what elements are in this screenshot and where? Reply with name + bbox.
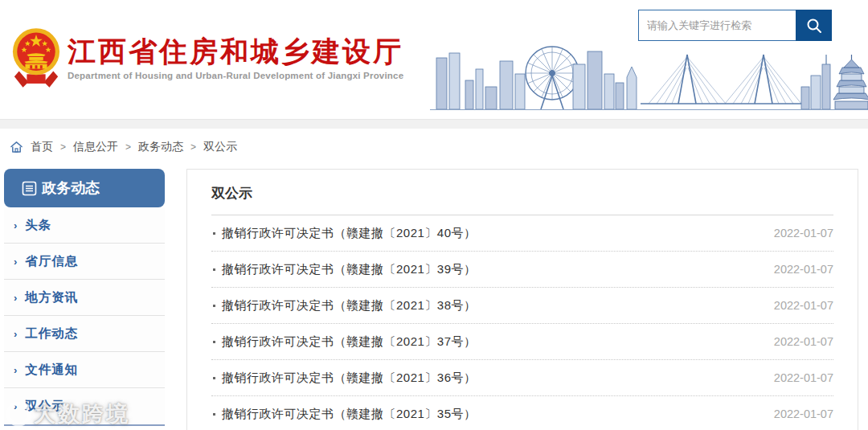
- bullet-icon: [213, 341, 215, 343]
- news-link[interactable]: 撤销行政许可决定书（赣建撤〔2021〕38号）: [222, 298, 477, 313]
- list-item: 撤销行政许可决定书（赣建撤〔2021〕36号） 2022-01-07: [211, 360, 833, 396]
- city-skyline-illustration: [430, 37, 868, 111]
- site-subtitle-english: Department of Housing and Urban-Rural De…: [68, 71, 403, 80]
- content-panel: 双公示 撤销行政许可决定书（赣建撤〔2021〕40号） 2022-01-07 撤…: [186, 169, 858, 430]
- sidebar: 政务动态 › 头条 › 省厅信息 › 地方资讯 › 工作动态 › 文件通知: [4, 169, 165, 426]
- sidebar-item-local-news[interactable]: › 地方资讯: [4, 280, 165, 316]
- chevron-right-icon: ›: [14, 256, 17, 268]
- list-item: 撤销行政许可决定书（赣建撤〔2021〕39号） 2022-01-07: [211, 252, 833, 288]
- breadcrumb-separator: >: [190, 141, 196, 153]
- news-date: 2022-01-07: [774, 263, 833, 276]
- news-link[interactable]: 撤销行政许可决定书（赣建撤〔2021〕40号）: [222, 226, 477, 241]
- list-item: 撤销行政许可决定书（赣建撤〔2021〕40号） 2022-01-07: [211, 215, 833, 252]
- chevron-right-icon: ›: [14, 328, 17, 340]
- china-national-emblem-icon: [11, 24, 61, 90]
- bullet-icon: [213, 232, 215, 235]
- news-date: 2022-01-07: [774, 371, 833, 384]
- list-item: 撤销行政许可决定书（赣建撤〔2021〕38号） 2022-01-07: [211, 288, 833, 324]
- main-area: 政务动态 › 头条 › 省厅信息 › 地方资讯 › 工作动态 › 文件通知: [0, 164, 868, 430]
- bullet-icon: [213, 413, 215, 416]
- site-header: 江西省住房和城乡建设厅 Department of Housing and Ur…: [0, 0, 868, 119]
- news-date: 2022-01-07: [774, 407, 833, 420]
- sidebar-item-work-updates[interactable]: › 工作动态: [4, 316, 165, 352]
- bullet-icon: [213, 377, 215, 379]
- bullet-icon: [213, 305, 215, 307]
- chevron-right-icon: ›: [14, 400, 17, 412]
- list-icon: [22, 181, 37, 196]
- news-link[interactable]: 撤销行政许可决定书（赣建撤〔2021〕36号）: [222, 371, 477, 386]
- chevron-right-icon: ›: [14, 364, 17, 376]
- chevron-right-icon: ›: [14, 219, 17, 231]
- news-date: 2022-01-07: [774, 227, 833, 240]
- breadcrumb: 首页 > 信息公开 > 政务动态 > 双公示: [0, 129, 868, 164]
- chevron-right-icon: ›: [14, 292, 17, 304]
- news-link[interactable]: 撤销行政许可决定书（赣建撤〔2021〕37号）: [222, 334, 477, 350]
- site-logo-link[interactable]: 江西省住房和城乡建设厅 Department of Housing and Ur…: [11, 24, 403, 90]
- search-icon: [805, 17, 823, 35]
- news-date: 2022-01-07: [774, 335, 833, 348]
- sidebar-header-gov-news[interactable]: 政务动态: [4, 169, 165, 207]
- sidebar-item-documents-notices[interactable]: › 文件通知: [4, 352, 165, 388]
- page: 江西省住房和城乡建设厅 Department of Housing and Ur…: [0, 0, 868, 430]
- sidebar-item-headlines[interactable]: › 头条: [4, 207, 165, 244]
- breadcrumb-item-dual-publicity[interactable]: 双公示: [203, 140, 237, 154]
- sidebar-item-dual-publicity[interactable]: › 双公示: [4, 388, 165, 424]
- news-link[interactable]: 撤销行政许可决定书（赣建撤〔2021〕39号）: [222, 262, 477, 277]
- news-link[interactable]: 撤销行政许可决定书（赣建撤〔2021〕35号）: [222, 407, 477, 422]
- list-item: 撤销行政许可决定书（赣建撤〔2021〕35号） 2022-01-07: [211, 396, 833, 430]
- sidebar-header-label: 政务动态: [42, 178, 100, 198]
- breadcrumb-item-home[interactable]: 首页: [31, 140, 53, 154]
- breadcrumb-separator: >: [60, 141, 66, 153]
- page-title: 双公示: [211, 184, 833, 215]
- home-icon[interactable]: [10, 141, 23, 154]
- brand-text: 江西省住房和城乡建设厅 Department of Housing and Ur…: [68, 35, 403, 80]
- header-divider-band: [0, 119, 868, 129]
- breadcrumb-item-info-disclosure[interactable]: 信息公开: [73, 140, 118, 154]
- sidebar-item-department-info[interactable]: › 省厅信息: [4, 244, 165, 280]
- bullet-icon: [213, 268, 215, 271]
- site-title: 江西省住房和城乡建设厅: [68, 35, 403, 68]
- breadcrumb-item-gov-news[interactable]: 政务动态: [138, 140, 183, 154]
- breadcrumb-separator: >: [125, 141, 131, 153]
- news-date: 2022-01-07: [774, 299, 833, 312]
- list-item: 撤销行政许可决定书（赣建撤〔2021〕37号） 2022-01-07: [211, 324, 833, 360]
